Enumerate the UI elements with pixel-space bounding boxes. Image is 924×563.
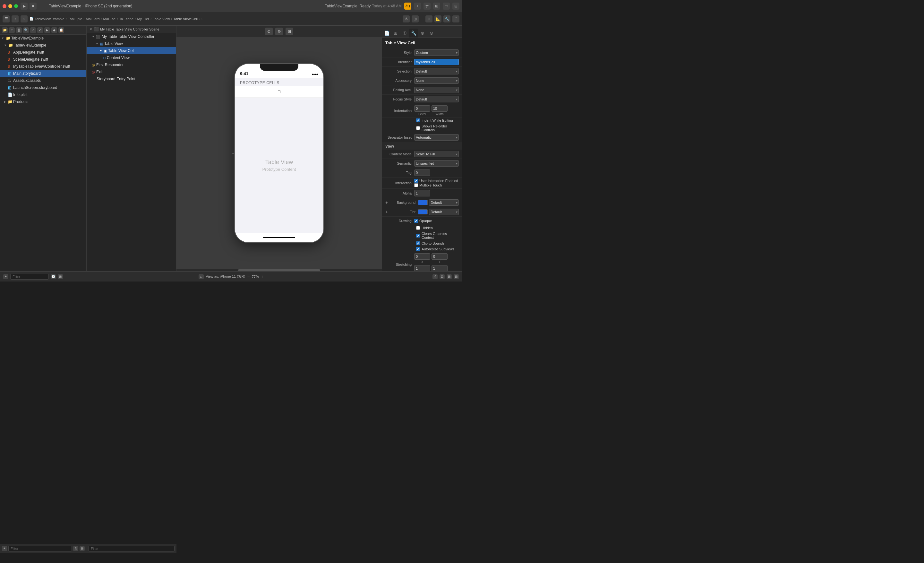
panel-toggle-button[interactable]: ⊞ bbox=[433, 3, 440, 10]
scene-item-tableview[interactable]: ▼ ▦ Table View bbox=[87, 40, 176, 47]
indent-editing-checkbox[interactable] bbox=[416, 119, 420, 122]
semantic-select[interactable]: Unspecified bbox=[414, 160, 459, 167]
nav-products-group[interactable]: ▶ 📁 Products bbox=[0, 98, 86, 105]
multiple-touch-checkbox[interactable] bbox=[414, 183, 418, 187]
opaque-checkbox[interactable] bbox=[414, 219, 418, 223]
tab-attr[interactable]: 🔧 bbox=[409, 29, 418, 38]
reorder-checkbox[interactable] bbox=[416, 126, 420, 130]
inspector-icon[interactable]: 📐 bbox=[434, 15, 441, 23]
warning-icon[interactable]: ⚠ 1 bbox=[404, 3, 411, 10]
close-button[interactable] bbox=[3, 4, 6, 8]
nav-report-icon[interactable]: 📋 bbox=[58, 27, 64, 33]
semantic-value[interactable]: Unspecified bbox=[414, 160, 459, 167]
sep-inset-select[interactable]: Automatic bbox=[414, 134, 459, 141]
style-value[interactable]: Custom bbox=[414, 50, 459, 56]
tint-plus[interactable]: + bbox=[386, 209, 388, 215]
zoom-out-btn[interactable]: − bbox=[247, 274, 250, 279]
nav-find-icon[interactable]: 🔍 bbox=[23, 27, 29, 33]
align-icon[interactable]: ⊞ bbox=[447, 274, 452, 279]
background-plus[interactable]: + bbox=[386, 200, 388, 205]
tab-size[interactable]: ⊕ bbox=[418, 29, 427, 38]
accessory-select[interactable]: None bbox=[414, 77, 459, 84]
forward-button[interactable]: › bbox=[21, 15, 28, 23]
nav-assets[interactable]: 🗂 Assets.xcassets bbox=[0, 77, 86, 84]
selection-select[interactable]: Default bbox=[414, 68, 459, 75]
tint-select[interactable]: Default bbox=[429, 209, 459, 215]
panel-right-button[interactable]: ▭ bbox=[443, 3, 450, 10]
run-button[interactable]: ▶ bbox=[21, 3, 28, 10]
content-mode-value[interactable]: Scale To Fill bbox=[414, 151, 459, 157]
focus-style-select[interactable]: Default bbox=[414, 96, 459, 102]
library-icon[interactable]: ⊕ bbox=[425, 15, 432, 23]
bottom-filter-input[interactable] bbox=[10, 274, 49, 279]
nav-group[interactable]: ▼ 📁 TableViewExample bbox=[0, 42, 86, 49]
tab-exchange-button[interactable]: ⇄ bbox=[423, 3, 430, 10]
stop-button[interactable]: ■ bbox=[30, 3, 37, 10]
nav-root[interactable]: ▼ 📁 TableViewExample bbox=[0, 35, 86, 42]
nav-scenedelegate[interactable]: S SceneDelegate.swift bbox=[0, 56, 86, 63]
indent-level-input[interactable] bbox=[414, 105, 430, 112]
tag-input[interactable] bbox=[414, 170, 430, 176]
bc-prev[interactable]: ‹ bbox=[199, 17, 200, 21]
background-select-wrapper[interactable]: Default bbox=[429, 199, 459, 206]
clip-checkbox[interactable] bbox=[416, 242, 420, 245]
nav-symbol-icon[interactable]: {} bbox=[16, 27, 22, 33]
panel-split-button[interactable]: ⊟ bbox=[452, 3, 459, 10]
stretch-h-input[interactable] bbox=[432, 265, 448, 271]
minimize-button[interactable] bbox=[8, 4, 12, 8]
identifier-input[interactable] bbox=[414, 59, 459, 65]
nav-folder-icon[interactable]: 📁 bbox=[2, 27, 8, 33]
zoom-button[interactable] bbox=[14, 4, 18, 8]
canvas-btn-2[interactable]: ⚙ bbox=[275, 28, 283, 35]
refresh-icon[interactable]: ↺ bbox=[432, 274, 438, 279]
sep-inset-value[interactable]: Automatic bbox=[414, 134, 459, 141]
nav-test-icon[interactable]: ✓ bbox=[37, 27, 43, 33]
content-mode-select[interactable]: Scale To Fill bbox=[414, 151, 459, 157]
nav-mytablevc[interactable]: S MyTableTableViewController.swift bbox=[0, 63, 86, 70]
nav-issues-icon[interactable]: ⚠ bbox=[30, 27, 36, 33]
add-tab-button[interactable]: + bbox=[414, 3, 421, 10]
scene-item-responder[interactable]: ◎ First Responder bbox=[87, 61, 176, 68]
bc-tabl[interactable]: Tabl...ple bbox=[68, 17, 82, 21]
bc-tableviewcell[interactable]: Table View Cell bbox=[174, 17, 198, 21]
nav-scm-icon[interactable]: ⑂ bbox=[9, 27, 15, 33]
nav-launchscreen[interactable]: ◧ LaunchScreen.storyboard bbox=[0, 84, 86, 91]
indent-width-input[interactable] bbox=[432, 105, 448, 112]
editing-acc-value[interactable]: None bbox=[414, 87, 459, 93]
stretch-w-input[interactable] bbox=[414, 265, 430, 271]
bc-ta-cene[interactable]: Ta...cene bbox=[119, 17, 134, 21]
tint-swatch[interactable] bbox=[418, 209, 428, 215]
tab-id[interactable]: ① bbox=[400, 29, 409, 38]
bc-tableview[interactable]: Table View bbox=[153, 17, 170, 21]
tint-select-wrapper[interactable]: Default bbox=[429, 209, 459, 215]
selection-value[interactable]: Default bbox=[414, 68, 459, 75]
issue-icon[interactable]: ⚠ bbox=[403, 15, 410, 23]
nav-mainstoryboard[interactable]: ◧ Main.storyboard bbox=[0, 70, 86, 77]
clears-checkbox[interactable] bbox=[416, 234, 420, 237]
navigator-toggle[interactable]: ☰ bbox=[3, 15, 10, 23]
tab-connect[interactable]: ⊙ bbox=[427, 29, 436, 38]
nav-infoplist[interactable]: 📄 Info.plist bbox=[0, 91, 86, 98]
nav-appdelegate[interactable]: S AppDelegate.swift bbox=[0, 49, 86, 56]
editing-acc-select[interactable]: None bbox=[414, 87, 459, 93]
tab-file[interactable]: 📄 bbox=[382, 29, 391, 38]
bc-1[interactable]: 📄 bbox=[30, 17, 33, 21]
stretch-y-input[interactable] bbox=[432, 253, 448, 260]
tab-arrow[interactable]: ⊞ bbox=[391, 29, 400, 38]
background-color-row[interactable]: Default bbox=[418, 199, 459, 206]
style-select[interactable]: Custom bbox=[414, 50, 459, 56]
scene-item-entry[interactable]: → Storyboard Entry Point bbox=[87, 75, 176, 83]
scene-item-contentview[interactable]: □ Content View bbox=[87, 54, 176, 61]
debug-icon[interactable]: ⤴ bbox=[452, 15, 459, 23]
user-interaction-checkbox[interactable] bbox=[414, 179, 418, 183]
identifier-value[interactable] bbox=[414, 59, 459, 65]
stretch-x-input[interactable] bbox=[414, 253, 430, 260]
status-grid-icon[interactable]: ⊞ bbox=[58, 274, 63, 279]
bc-next[interactable]: › bbox=[201, 17, 203, 21]
zoom-in-btn[interactable]: + bbox=[261, 274, 263, 279]
nav-breakpoint-icon[interactable]: ◆ bbox=[51, 27, 57, 33]
scene-item-cell[interactable]: ▼ ▣ Table View Cell bbox=[87, 47, 176, 54]
autoresize-checkbox[interactable] bbox=[416, 247, 420, 251]
scene-item-exit[interactable]: ◎ Exit bbox=[87, 68, 176, 75]
background-select[interactable]: Default bbox=[429, 199, 459, 206]
